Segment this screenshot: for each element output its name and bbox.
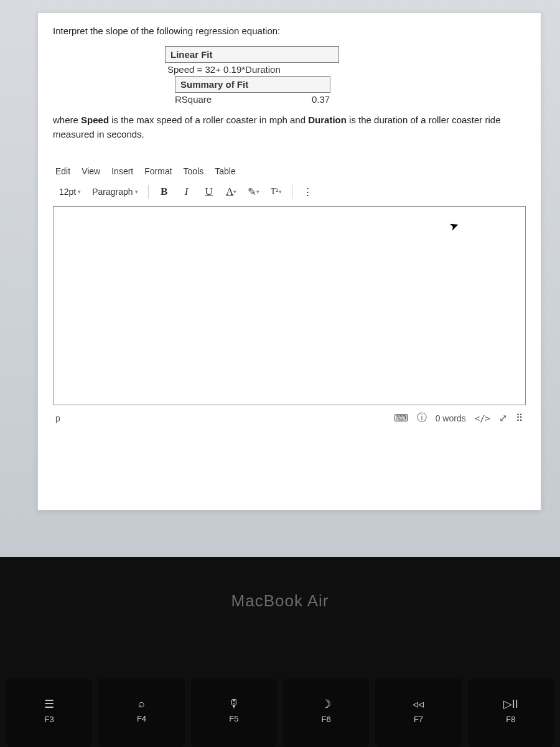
- question-card: Interpret the slope of the following reg…: [37, 12, 541, 510]
- key-f3[interactable]: ☰ F3: [6, 679, 92, 747]
- menu-tools[interactable]: Tools: [184, 166, 204, 176]
- editor-toolbar: 12pt ▾ Paragraph ▾ B I U A ▾ ✎ ▾ T² ▾: [53, 182, 526, 201]
- code-view-button[interactable]: </>: [475, 413, 490, 423]
- toolbar-divider: [148, 185, 149, 199]
- moon-icon: ☽: [321, 697, 331, 711]
- word-count: 0 words: [436, 413, 466, 423]
- underline-button[interactable]: U: [200, 182, 218, 201]
- laptop-brand-label: MacBook Air: [0, 557, 560, 611]
- more-options-button[interactable]: ⋮: [299, 182, 317, 201]
- key-f6[interactable]: ☽ F6: [283, 679, 369, 747]
- play-pause-icon: ▷II: [503, 697, 518, 711]
- rsquare-label: RSquare: [175, 93, 312, 106]
- keyboard-function-row: ☰ F3 ⌕ F4 🎙 F5 ☽ F6 ◃◃ F7 ▷II F8: [0, 679, 560, 747]
- key-f7[interactable]: ◃◃ F7: [375, 679, 461, 747]
- chevron-down-icon: ▾: [135, 189, 138, 195]
- menu-format[interactable]: Format: [144, 166, 172, 176]
- menu-table[interactable]: Table: [215, 166, 235, 176]
- key-f8[interactable]: ▷II F8: [468, 679, 554, 747]
- font-size-select[interactable]: 12pt ▾: [55, 184, 85, 199]
- chevron-down-icon: ▾: [256, 189, 259, 195]
- keyboard-icon[interactable]: ⌨: [394, 412, 408, 424]
- expose-icon: ☰: [44, 697, 54, 711]
- key-f4[interactable]: ⌕ F4: [98, 679, 184, 747]
- editor-menubar: Edit View Insert Format Tools Table: [53, 166, 526, 176]
- key-f5[interactable]: 🎙 F5: [191, 679, 277, 747]
- summary-header: Summary of Fit: [175, 76, 330, 93]
- text-color-button[interactable]: A ▾: [222, 182, 241, 201]
- italic-button[interactable]: I: [177, 182, 196, 201]
- accessibility-icon[interactable]: ⓘ: [417, 411, 427, 425]
- paragraph-style-select[interactable]: Paragraph ▾: [88, 184, 141, 199]
- search-icon: ⌕: [138, 697, 145, 710]
- menu-edit[interactable]: Edit: [55, 166, 70, 176]
- chevron-down-icon: ▾: [279, 189, 282, 195]
- answer-textarea[interactable]: [53, 206, 526, 405]
- element-path: p: [55, 413, 60, 423]
- equation-text: Speed = 32+ 0.19*Duration: [165, 63, 526, 76]
- laptop-bezel: MacBook Air ☰ F3 ⌕ F4 🎙 F5 ☽ F6 ◃◃ F7 ▷I…: [0, 557, 560, 747]
- menu-insert[interactable]: Insert: [111, 166, 133, 176]
- superscript-button[interactable]: T² ▾: [267, 182, 286, 201]
- linear-fit-header: Linear Fit: [165, 46, 339, 63]
- chevron-down-icon: ▾: [233, 189, 236, 195]
- rewind-icon: ◃◃: [413, 697, 424, 711]
- editor-statusbar: p ⌨ ⓘ 0 words </> ⤢ ⠿: [53, 405, 526, 425]
- drag-handle-icon[interactable]: ⠿: [516, 412, 523, 424]
- highlight-button[interactable]: ✎ ▾: [245, 182, 263, 201]
- variable-description: where Speed is the max speed of a roller…: [53, 113, 526, 141]
- chevron-down-icon: ▾: [78, 189, 81, 195]
- mic-icon: 🎙: [228, 697, 240, 710]
- toolbar-divider: [292, 185, 292, 199]
- question-prompt: Interpret the slope of the following reg…: [53, 26, 526, 36]
- menu-view[interactable]: View: [82, 166, 100, 176]
- rsquare-value: 0.37: [312, 93, 330, 106]
- regression-output: Linear Fit Speed = 32+ 0.19*Duration Sum…: [165, 46, 526, 106]
- fullscreen-button[interactable]: ⤢: [499, 412, 507, 424]
- bold-button[interactable]: B: [155, 182, 174, 201]
